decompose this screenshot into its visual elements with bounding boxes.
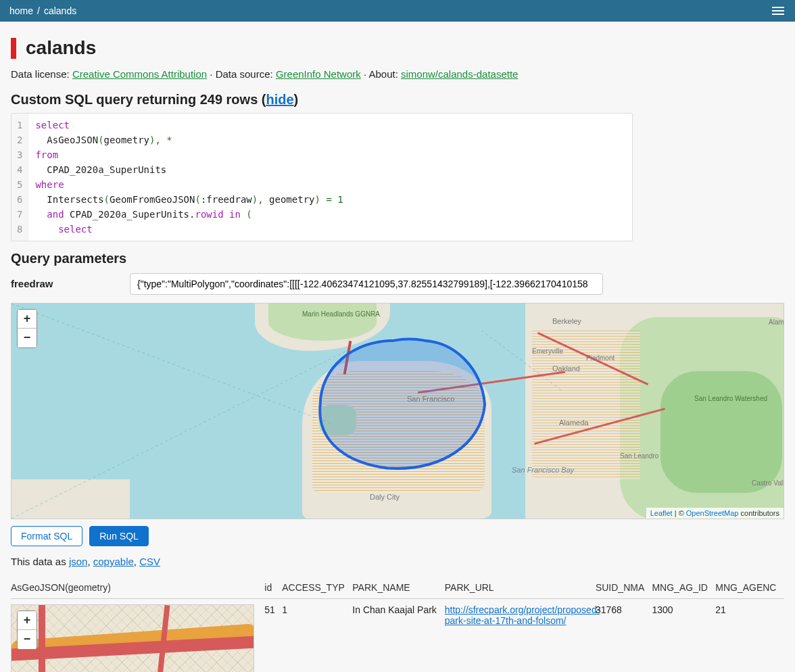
map-label-watershed: San Leandro Watershed	[694, 395, 767, 402]
col-header[interactable]: AsGeoJSON(geometry)	[11, 578, 264, 599]
param-row-freedraw: freedraw	[11, 273, 784, 295]
map-label-marin: Marin Headlands GGNRA	[302, 310, 380, 318]
run-sql-button[interactable]: Run SQL	[89, 526, 149, 546]
sql-editor[interactable]: 12345678 select AsGeoJSON(geometry), *fr…	[11, 113, 633, 241]
cell-access-typ: 1	[282, 598, 352, 672]
breadcrumb: home / calands	[9, 5, 76, 16]
cell-mng-ag-id: 1300	[652, 598, 715, 672]
page-title: calands	[11, 38, 784, 59]
export-csv[interactable]: CSV	[139, 556, 160, 567]
zoom-in-button[interactable]: +	[18, 310, 37, 329]
map-label-castro: Castro Valley	[752, 479, 784, 487]
meta-line: Data license: Creative Commons Attributi…	[11, 68, 784, 80]
col-header[interactable]: MNG_AGENC	[715, 578, 784, 599]
minimap-zoom-in[interactable]: +	[18, 611, 37, 630]
export-copyable[interactable]: copyable	[93, 556, 134, 567]
map-label-oakland: Oakland	[552, 364, 580, 373]
breadcrumb-home[interactable]: home	[9, 5, 33, 16]
col-header[interactable]: id	[264, 578, 282, 599]
export-json[interactable]: json	[69, 556, 88, 567]
cell-suid-nma: 31768	[596, 598, 652, 672]
param-label: freedraw	[11, 278, 119, 289]
map-label-berkeley: Berkeley	[552, 317, 581, 325]
about-link[interactable]: simonw/calands-datasette	[401, 68, 518, 80]
map-zoom-controls: + −	[17, 309, 37, 348]
results-table: AsGeoJSON(geometry)idACCESS_TYPPARK_NAME…	[11, 578, 784, 672]
param-input-freedraw[interactable]	[130, 273, 603, 295]
cell-park-url: http://sfrecpark.org/project/proposed-pa…	[445, 598, 596, 672]
col-header[interactable]: PARK_NAME	[352, 578, 444, 599]
map-attribution: Leaflet | © OpenStreetMap contributors	[646, 508, 784, 519]
cell-mng-agenc: 21	[715, 598, 784, 672]
leaflet-link[interactable]: Leaflet	[650, 509, 673, 517]
map-label-sfbay: San Francisco Bay	[512, 466, 574, 474]
col-header[interactable]: MNG_AG_ID	[652, 578, 715, 599]
top-header: home / calands	[0, 0, 795, 22]
minimap-zoom-out[interactable]: −	[18, 630, 37, 649]
hide-link[interactable]: hide	[266, 92, 293, 107]
map-label-alamo: Alamo	[769, 318, 784, 326]
cell-id: 51	[264, 598, 282, 672]
query-heading: Custom SQL query returning 249 rows (hid…	[11, 92, 784, 107]
menu-icon[interactable]	[771, 5, 786, 16]
map-label-alameda: Alameda	[559, 418, 588, 427]
params-heading: Query parameters	[11, 251, 784, 266]
row-minimap[interactable]: + −	[11, 604, 254, 672]
export-line: This data as json, copyable, CSV	[11, 556, 784, 567]
park-url-link[interactable]: http://sfrecpark.org/project/proposed-pa…	[445, 604, 600, 626]
minimap-zoom: + −	[17, 610, 37, 650]
col-header[interactable]: ACCESS_TYP	[282, 578, 352, 599]
cell-park-name: In Chan Kaajal Park	[352, 598, 444, 672]
map-label-dalycity: Daly City	[370, 493, 400, 501]
breadcrumb-sep: /	[37, 5, 40, 16]
map-label-emeryville: Emeryville	[532, 347, 563, 355]
breadcrumb-db[interactable]: calands	[44, 5, 76, 16]
zoom-out-button[interactable]: −	[18, 329, 37, 347]
map-label-piedmont: Piedmont	[586, 354, 615, 362]
format-sql-button[interactable]: Format SQL	[11, 526, 82, 546]
osm-link[interactable]: OpenStreetMap	[686, 509, 739, 517]
map-main[interactable]: San Francisco Bay San Francisco Oakland …	[11, 303, 784, 519]
col-header[interactable]: PARK_URL	[445, 578, 596, 599]
col-header[interactable]: SUID_NMA	[596, 578, 652, 599]
map-label-sanleandro: San Leandro	[620, 452, 658, 460]
map-label-sf: San Francisco	[407, 395, 454, 403]
source-link[interactable]: GreenInfo Network	[276, 68, 361, 80]
table-row: + − 51 1 In Chan Kaajal Park http://sfre…	[11, 598, 784, 672]
license-link[interactable]: Creative Commons Attribution	[72, 68, 207, 80]
